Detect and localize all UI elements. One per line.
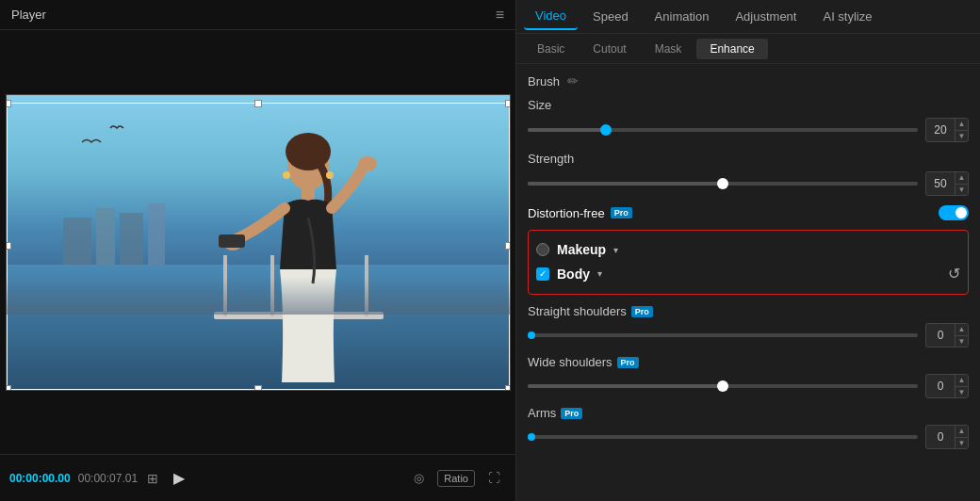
player-header: Player ≡	[0, 0, 515, 30]
body-checkbox[interactable]: ✓	[536, 267, 549, 281]
timeline-grid-icon[interactable]: ⊞	[147, 471, 158, 486]
body-chevron[interactable]: ▾	[597, 268, 602, 279]
time-display: 00:00:00.00 00:00:07.01	[9, 472, 138, 485]
tab-adjustment[interactable]: Adjustment	[724, 4, 808, 29]
makeup-label: Makeup	[557, 242, 606, 257]
video-content	[7, 95, 511, 391]
strength-down[interactable]: ▼	[956, 185, 968, 196]
video-area: ⟳	[0, 30, 515, 454]
svg-rect-2	[63, 218, 91, 265]
sub-tab-basic[interactable]: Basic	[524, 39, 578, 59]
distortion-label-group: Distortion-free Pro	[528, 206, 632, 220]
arms-stepper[interactable]: 0 ▲ ▼	[925, 425, 969, 449]
straight-shoulders-section: Straight shoulders Pro 0 ▲ ▼	[528, 304, 969, 347]
straight-shoulders-slider-row: 0 ▲ ▼	[528, 323, 969, 347]
size-label: Size	[528, 98, 969, 112]
arms-slider-row: 0 ▲ ▼	[528, 425, 969, 449]
svg-rect-5	[148, 203, 165, 265]
body-row[interactable]: ✓ Body ▾ ↺	[536, 261, 960, 286]
straight-shoulders-down[interactable]: ▼	[956, 336, 968, 347]
sub-tab-enhance[interactable]: Enhance	[696, 39, 767, 59]
arms-down[interactable]: ▼	[956, 438, 968, 449]
makeup-checkbox[interactable]	[536, 243, 549, 256]
makeup-body-group: Makeup ▾ ✓ Body ▾ ↺	[528, 230, 969, 295]
arms-pro-badge: Pro	[561, 408, 582, 419]
body-label: Body	[557, 267, 590, 282]
distortion-free-row: Distortion-free Pro	[528, 205, 969, 220]
straight-shoulders-stepper[interactable]: 0 ▲ ▼	[925, 323, 969, 347]
size-up[interactable]: ▲	[956, 119, 968, 131]
arms-label: Arms Pro	[528, 406, 969, 420]
straight-shoulders-up[interactable]: ▲	[956, 324, 968, 336]
svg-rect-8	[270, 255, 274, 316]
svg-point-15	[358, 156, 377, 171]
bottom-controls: ◎ Ratio ⛶	[408, 467, 506, 489]
body-reset-icon[interactable]: ↺	[948, 265, 960, 283]
fullscreen-icon[interactable]: ⛶	[482, 467, 506, 489]
straight-shoulders-dot	[528, 331, 535, 339]
strength-slider-row: 50 ▲ ▼	[528, 171, 969, 196]
svg-point-18	[326, 171, 334, 179]
strength-slider[interactable]	[528, 182, 918, 186]
wide-shoulders-label: Wide shoulders Pro	[528, 355, 969, 369]
wide-shoulders-slider-row: 0 ▲ ▼	[528, 374, 969, 398]
player-title: Player	[11, 8, 46, 22]
wide-shoulders-up[interactable]: ▲	[956, 375, 968, 387]
strength-label: Strength	[528, 152, 969, 166]
arms-up[interactable]: ▲	[956, 426, 968, 438]
play-button[interactable]: ▶	[168, 467, 190, 490]
right-panel: Video Speed Animation Adjustment AI styl…	[515, 0, 980, 501]
timeline-bar: 00:00:00.00 00:00:07.01 ⊞ ▶ ◎ Ratio ⛶	[0, 454, 515, 501]
brush-icon[interactable]: ✏	[567, 73, 579, 89]
tab-animation[interactable]: Animation	[644, 4, 721, 29]
brush-row: Brush ✏	[528, 73, 969, 89]
tab-video[interactable]: Video	[524, 3, 578, 30]
sub-tab-cutout[interactable]: Cutout	[580, 39, 639, 59]
time-total: 00:00:07.01	[78, 472, 138, 485]
arms-slider[interactable]	[528, 435, 918, 439]
arms-section: Arms Pro 0 ▲ ▼	[528, 406, 969, 449]
distortion-free-toggle[interactable]	[939, 205, 969, 220]
makeup-row[interactable]: Makeup ▾	[536, 238, 960, 261]
time-current: 00:00:00.00	[9, 472, 71, 485]
wide-shoulders-stepper[interactable]: 0 ▲ ▼	[925, 374, 969, 398]
strength-section: Strength 50 ▲ ▼	[528, 152, 969, 196]
tab-ai-stylize[interactable]: AI stylize	[811, 4, 883, 29]
panel-content: Brush ✏ Size 20 ▲ ▼	[516, 64, 980, 501]
size-down[interactable]: ▼	[956, 131, 968, 142]
wide-shoulders-slider[interactable]	[528, 384, 918, 388]
main-tabs: Video Speed Animation Adjustment AI styl…	[516, 0, 980, 34]
wide-shoulders-down[interactable]: ▼	[956, 387, 968, 398]
straight-shoulders-pro-badge: Pro	[631, 306, 653, 317]
sub-tabs: Basic Cutout Mask Enhance	[516, 34, 980, 64]
video-frame	[6, 94, 511, 391]
arms-dot	[528, 433, 535, 441]
strength-stepper[interactable]: 50 ▲ ▼	[925, 171, 969, 196]
sub-tab-mask[interactable]: Mask	[642, 39, 695, 59]
ratio-button[interactable]: Ratio	[437, 470, 475, 487]
svg-rect-3	[96, 208, 115, 265]
svg-point-17	[283, 171, 290, 179]
tab-speed[interactable]: Speed	[581, 4, 640, 29]
svg-rect-16	[219, 234, 245, 248]
size-slider-row: 20 ▲ ▼	[528, 118, 969, 142]
svg-rect-10	[365, 255, 368, 316]
brush-label: Brush	[528, 74, 560, 89]
size-slider[interactable]	[528, 128, 918, 132]
left-panel: Player ≡	[0, 0, 515, 501]
makeup-chevron[interactable]: ▾	[613, 245, 618, 255]
wide-shoulders-section: Wide shoulders Pro 0 ▲ ▼	[528, 355, 969, 398]
svg-rect-7	[223, 255, 227, 316]
menu-icon[interactable]: ≡	[496, 7, 504, 24]
svg-rect-1	[7, 265, 511, 391]
wide-shoulders-pro-badge: Pro	[617, 357, 639, 368]
straight-shoulders-slider[interactable]	[528, 333, 918, 337]
straight-shoulders-label: Straight shoulders Pro	[528, 304, 969, 318]
distortion-free-label: Distortion-free	[528, 206, 605, 220]
size-stepper[interactable]: 20 ▲ ▼	[925, 118, 969, 142]
svg-rect-4	[120, 213, 143, 265]
size-section: Size 20 ▲ ▼	[528, 98, 969, 142]
distortion-pro-badge: Pro	[611, 207, 632, 218]
target-icon[interactable]: ◎	[408, 467, 430, 489]
strength-up[interactable]: ▲	[956, 172, 968, 185]
